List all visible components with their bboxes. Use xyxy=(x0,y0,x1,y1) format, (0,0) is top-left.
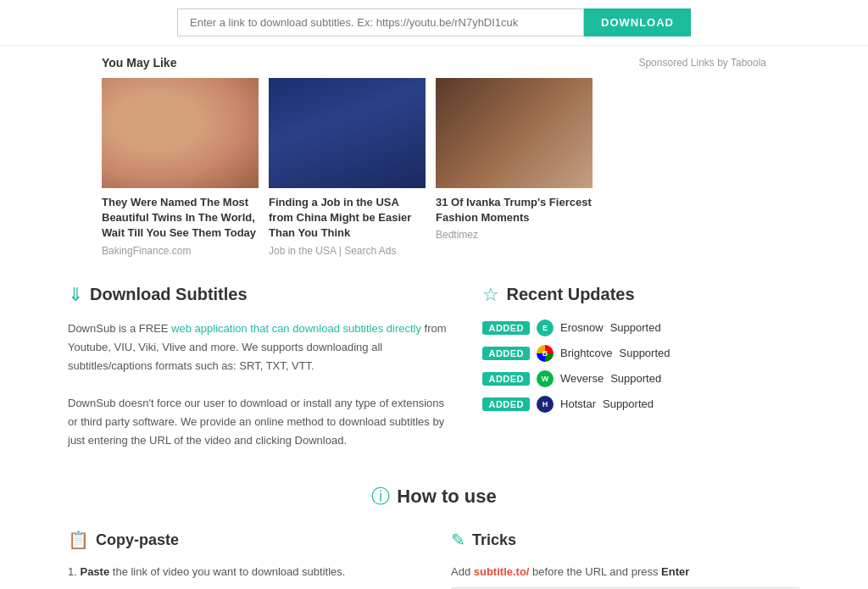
copy-paste-title: Copy-paste xyxy=(96,531,179,549)
tricks-content: Add subtitle.to/ before the URL and pres… xyxy=(451,562,800,589)
tricks-col: ✎ Tricks Add subtitle.to/ before the URL… xyxy=(451,530,800,589)
ad-card-passports-title: Finding a Job in the USA from China Migh… xyxy=(269,195,426,242)
added-badge-brightcove: ADDED xyxy=(482,347,530,360)
update-row-hotstar: ADDED H Hotstar Supported xyxy=(482,396,800,413)
copy-paste-icon: 📋 xyxy=(68,530,89,550)
info-icon: ⓘ xyxy=(371,484,390,509)
added-badge-weverse: ADDED xyxy=(482,372,530,386)
update-row-erosnow: ADDED E Erosnow Supported xyxy=(482,320,800,336)
how-to-use-header: ⓘ How to use xyxy=(68,484,800,509)
supported-erosnow: Supported xyxy=(610,321,661,334)
step-1: 1. Paste the link of video you want to d… xyxy=(68,562,417,583)
you-may-like-title: You May Like xyxy=(102,56,176,69)
tricks-highlight-1: subtitle.to/ xyxy=(474,565,530,578)
service-name-brightcove: Brightcove xyxy=(560,347,612,359)
ad-card-passports-source: Job in the USA | Search Ads xyxy=(269,245,426,257)
how-to-use-title: How to use xyxy=(397,486,496,508)
download-subtitles-description: DownSub is a FREE web application that c… xyxy=(68,320,448,451)
recent-updates-header: ☆ Recent Updates xyxy=(482,284,800,306)
supported-hotstar: Supported xyxy=(603,397,654,410)
service-icon-weverse: W xyxy=(537,370,554,387)
main-content: ⇓ Download Subtitles DownSub is a FREE w… xyxy=(0,267,868,468)
download-button[interactable]: DOWNLOAD xyxy=(584,8,691,36)
added-badge-erosnow: ADDED xyxy=(482,321,530,335)
download-subtitles-header: ⇓ Download Subtitles xyxy=(68,284,448,306)
how-to-columns: 📋 Copy-paste 1. Paste the link of video … xyxy=(68,530,800,589)
star-icon: ☆ xyxy=(482,284,499,306)
copy-paste-col: 📋 Copy-paste 1. Paste the link of video … xyxy=(68,530,417,589)
ad-card-ivanka-title: 31 Of Ivanka Trump's Fiercest Fashion Mo… xyxy=(436,195,593,225)
you-may-like-header: You May Like Sponsored Links by Taboola xyxy=(102,56,766,69)
tricks-header: ✎ Tricks xyxy=(451,530,800,550)
search-input[interactable] xyxy=(177,8,584,36)
supported-brightcove: Supported xyxy=(620,347,670,359)
pencil-icon: ✎ xyxy=(451,530,465,550)
ad-card-twins-image xyxy=(102,78,259,188)
recent-updates-title: Recent Updates xyxy=(506,285,634,304)
download-subtitles-title: Download Subtitles xyxy=(90,285,248,304)
update-row-weverse: ADDED W Weverse Supported xyxy=(482,370,800,387)
ad-cards-container: They Were Named The Most Beautiful Twins… xyxy=(102,78,766,257)
description-link[interactable]: web application that can download subtit… xyxy=(171,322,421,335)
ad-card-ivanka-image xyxy=(436,78,593,188)
copy-paste-header: 📋 Copy-paste xyxy=(68,530,417,550)
ad-card-twins[interactable]: They Were Named The Most Beautiful Twins… xyxy=(102,78,259,257)
recent-updates-section: ☆ Recent Updates ADDED E Erosnow Support… xyxy=(482,284,800,451)
tricks-title: Tricks xyxy=(472,531,516,549)
service-name-erosnow: Erosnow xyxy=(560,321,604,334)
ad-card-passports-image xyxy=(269,78,426,188)
service-icon-hotstar: H xyxy=(537,396,554,413)
service-icon-brightcove: B xyxy=(537,345,554,362)
you-may-like-section: You May Like Sponsored Links by Taboola … xyxy=(0,46,868,267)
download-subtitles-section: ⇓ Download Subtitles DownSub is a FREE w… xyxy=(68,284,448,451)
download-icon: ⇓ xyxy=(68,284,83,306)
added-badge-hotstar: ADDED xyxy=(482,397,530,411)
ad-card-ivanka[interactable]: 31 Of Ivanka Trump's Fiercest Fashion Mo… xyxy=(436,78,593,257)
ad-card-ivanka-source: Bedtimez xyxy=(436,229,593,241)
sponsored-links-label: Sponsored Links by Taboola xyxy=(638,57,766,69)
steps-list: 1. Paste the link of video you want to d… xyxy=(68,562,417,589)
update-row-brightcove: ADDED B Brightcove Supported xyxy=(482,345,800,362)
service-name-hotstar: Hotstar xyxy=(560,397,596,410)
service-icon-erosnow: E xyxy=(537,320,554,336)
ad-card-passports[interactable]: Finding a Job in the USA from China Migh… xyxy=(269,78,426,257)
supported-weverse: Supported xyxy=(610,372,661,385)
service-name-weverse: Weverse xyxy=(560,372,604,385)
search-bar: DOWNLOAD xyxy=(0,0,868,46)
ad-card-twins-title: They Were Named The Most Beautiful Twins… xyxy=(102,195,259,242)
how-to-use-section: ⓘ How to use 📋 Copy-paste 1. Paste the l… xyxy=(0,467,868,589)
ad-card-twins-source: BakingFinance.com xyxy=(102,245,259,257)
